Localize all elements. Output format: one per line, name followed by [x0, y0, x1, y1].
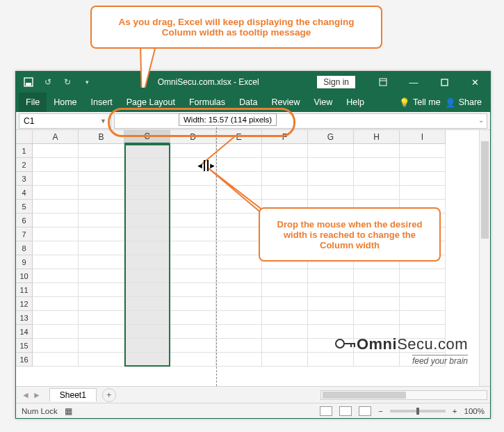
- qat-dropdown-icon[interactable]: ▾: [81, 79, 92, 86]
- cell[interactable]: [262, 339, 308, 353]
- cell[interactable]: [124, 241, 170, 255]
- cell[interactable]: [262, 311, 308, 325]
- zoom-out-button[interactable]: −: [378, 407, 383, 415]
- save-icon[interactable]: [23, 77, 34, 87]
- cell[interactable]: [124, 283, 170, 297]
- cell[interactable]: [170, 255, 216, 269]
- cell[interactable]: [170, 241, 216, 255]
- cell[interactable]: [354, 158, 400, 172]
- column-header[interactable]: E: [216, 130, 262, 144]
- cell[interactable]: [124, 200, 170, 214]
- cell[interactable]: [33, 227, 79, 241]
- cell[interactable]: [170, 269, 216, 283]
- cell[interactable]: [124, 172, 170, 186]
- tab-page-layout[interactable]: Page Layout: [120, 93, 182, 112]
- cell[interactable]: [170, 297, 216, 311]
- cell[interactable]: [308, 311, 354, 325]
- cell[interactable]: [124, 325, 170, 339]
- cell[interactable]: [308, 325, 354, 339]
- cell[interactable]: [216, 311, 262, 325]
- cell[interactable]: [400, 158, 446, 172]
- cell[interactable]: [33, 311, 79, 325]
- cell[interactable]: [354, 172, 400, 186]
- column-header[interactable]: C: [124, 130, 170, 144]
- signin-button[interactable]: Sign in: [317, 76, 355, 88]
- cell[interactable]: [33, 255, 79, 269]
- cell[interactable]: [33, 200, 79, 214]
- cell[interactable]: [216, 227, 262, 241]
- cell[interactable]: [216, 297, 262, 311]
- cell[interactable]: [308, 297, 354, 311]
- row-header[interactable]: 6: [16, 214, 33, 227]
- cell[interactable]: [124, 339, 170, 353]
- cell[interactable]: [79, 200, 124, 214]
- cell[interactable]: [216, 339, 262, 353]
- scroll-thumb[interactable]: [481, 141, 489, 239]
- cell[interactable]: [354, 339, 400, 353]
- cell[interactable]: [308, 339, 354, 353]
- cell[interactable]: [79, 311, 124, 325]
- cell[interactable]: [308, 269, 354, 283]
- cell[interactable]: [33, 353, 79, 367]
- cell[interactable]: [354, 269, 400, 283]
- row-header[interactable]: 15: [16, 339, 33, 353]
- cell[interactable]: [216, 269, 262, 283]
- row-header[interactable]: 10: [16, 269, 33, 283]
- zoom-in-button[interactable]: +: [453, 407, 457, 415]
- cell[interactable]: [216, 144, 262, 158]
- sheet-nav-next-icon[interactable]: ►: [33, 390, 41, 400]
- share-button[interactable]: 👤Share: [445, 97, 482, 108]
- formula-bar[interactable]: ⌄: [114, 113, 487, 129]
- cell[interactable]: [124, 214, 170, 227]
- row-header[interactable]: 5: [16, 200, 33, 214]
- cell[interactable]: [400, 269, 446, 283]
- cell[interactable]: [170, 325, 216, 339]
- ribbon-display-icon[interactable]: [368, 72, 398, 93]
- cell[interactable]: [400, 283, 446, 297]
- cell[interactable]: [400, 353, 446, 367]
- cell[interactable]: [308, 158, 354, 172]
- cell[interactable]: [354, 186, 400, 200]
- cell[interactable]: [216, 283, 262, 297]
- cell[interactable]: [124, 311, 170, 325]
- column-header[interactable]: G: [308, 130, 354, 144]
- cell[interactable]: [400, 144, 446, 158]
- view-normal-button[interactable]: [320, 406, 332, 416]
- cell[interactable]: [124, 158, 170, 172]
- cell[interactable]: [79, 186, 124, 200]
- cell[interactable]: [262, 297, 308, 311]
- scroll-thumb[interactable]: [323, 392, 406, 399]
- cell[interactable]: [33, 214, 79, 227]
- record-macro-icon[interactable]: ▦: [65, 406, 72, 416]
- cell[interactable]: [79, 339, 124, 353]
- add-sheet-button[interactable]: +: [102, 388, 116, 402]
- cell[interactable]: [33, 241, 79, 255]
- column-header[interactable]: D: [170, 130, 216, 144]
- row-header[interactable]: 4: [16, 186, 33, 200]
- formula-expand-icon[interactable]: ⌄: [478, 116, 484, 124]
- row-header[interactable]: 8: [16, 241, 33, 255]
- cell[interactable]: [124, 144, 170, 158]
- cell[interactable]: [79, 172, 124, 186]
- row-header[interactable]: 3: [16, 172, 33, 186]
- minimize-button[interactable]: ―: [398, 72, 429, 93]
- cell[interactable]: [216, 241, 262, 255]
- row-header[interactable]: 11: [16, 283, 33, 297]
- vertical-scrollbar[interactable]: [479, 130, 490, 386]
- column-header[interactable]: F: [262, 130, 308, 144]
- cell[interactable]: [33, 186, 79, 200]
- tab-home[interactable]: Home: [47, 93, 83, 112]
- column-header[interactable]: I: [400, 130, 446, 144]
- select-all-corner[interactable]: [16, 130, 33, 144]
- tab-view[interactable]: View: [307, 93, 339, 112]
- row-header[interactable]: 9: [16, 255, 33, 269]
- cell[interactable]: [216, 325, 262, 339]
- cell[interactable]: [170, 144, 216, 158]
- cell[interactable]: [170, 227, 216, 241]
- cell[interactable]: [262, 283, 308, 297]
- cell[interactable]: [170, 339, 216, 353]
- sheet-tab[interactable]: Sheet1: [49, 388, 97, 401]
- row-header[interactable]: 14: [16, 325, 33, 339]
- tab-file[interactable]: File: [19, 93, 47, 112]
- cell[interactable]: [79, 227, 124, 241]
